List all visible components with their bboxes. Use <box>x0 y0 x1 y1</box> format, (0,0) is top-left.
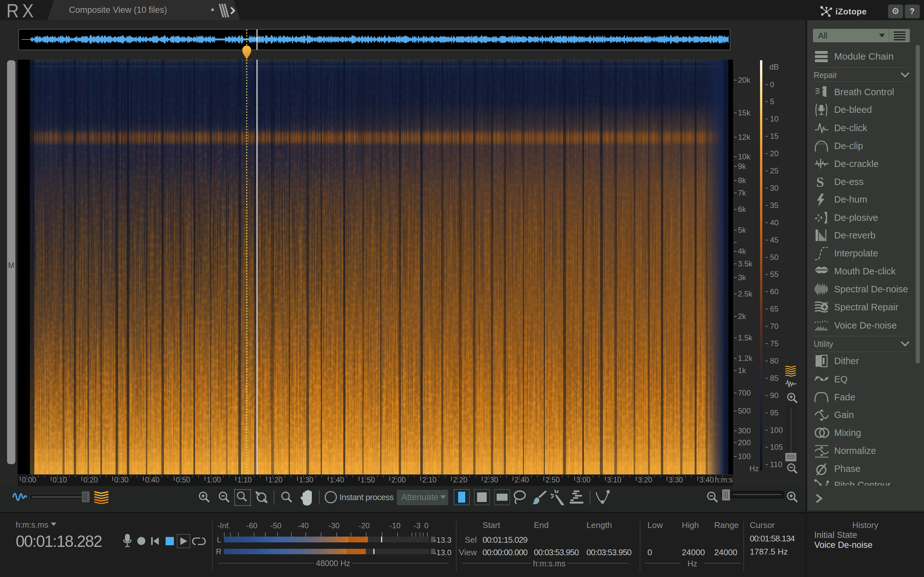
svg-text:S: S <box>816 175 824 189</box>
